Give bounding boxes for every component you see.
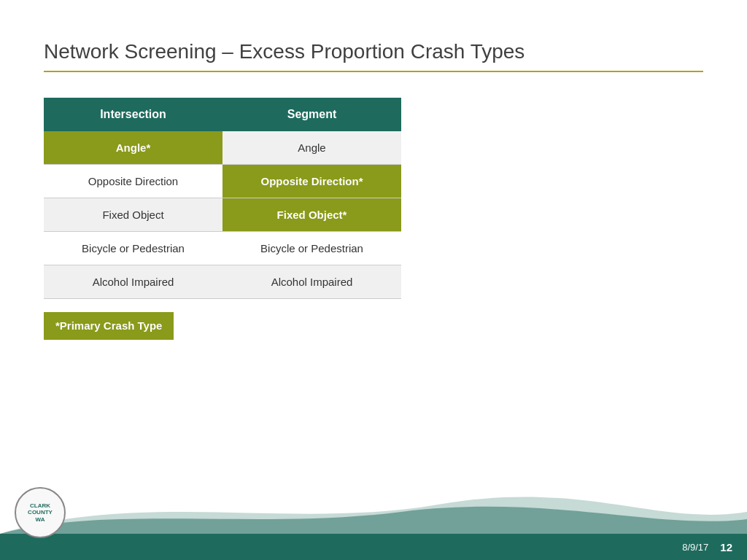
col-segment: Segment — [222, 98, 401, 131]
table-row: Angle*Angle — [44, 131, 401, 165]
cell-intersection: Fixed Object — [44, 198, 222, 232]
cell-intersection: Angle* — [44, 131, 222, 165]
table-row: Alcohol ImpairedAlcohol Impaired — [44, 265, 401, 299]
footer-wave-svg — [0, 490, 747, 534]
logo-circle: CLARKCOUNTYWA — [15, 487, 66, 538]
note-text: *Primary Crash Type — [55, 319, 162, 332]
table-header-row: Intersection Segment — [44, 98, 401, 131]
note-box: *Primary Crash Type — [44, 312, 174, 340]
col-intersection: Intersection — [44, 98, 222, 131]
cell-intersection: Opposite Direction — [44, 165, 222, 198]
footer-bar: 8/9/17 12 — [0, 534, 747, 560]
cell-segment: Angle — [222, 131, 401, 165]
table-wrapper: Intersection Segment Angle*AngleOpposite… — [44, 98, 401, 299]
main-content: Network Screening – Excess Proportion Cr… — [0, 0, 747, 340]
cell-intersection: Alcohol Impaired — [44, 265, 222, 299]
table-row: Bicycle or PedestrianBicycle or Pedestri… — [44, 232, 401, 265]
cell-segment: Opposite Direction* — [222, 165, 401, 198]
cell-segment: Bicycle or Pedestrian — [222, 232, 401, 265]
page-title: Network Screening – Excess Proportion Cr… — [44, 40, 703, 63]
table-row: Fixed ObjectFixed Object* — [44, 198, 401, 232]
table-row: Opposite DirectionOpposite Direction* — [44, 165, 401, 198]
table-body: Angle*AngleOpposite DirectionOpposite Di… — [44, 131, 401, 299]
crash-types-table: Intersection Segment Angle*AngleOpposite… — [44, 98, 401, 299]
cell-segment: Alcohol Impaired — [222, 265, 401, 299]
footer-page: 12 — [720, 541, 732, 553]
cell-intersection: Bicycle or Pedestrian — [44, 232, 222, 265]
footer-date: 8/9/17 — [682, 542, 708, 553]
title-underline — [44, 71, 703, 72]
cell-segment: Fixed Object* — [222, 198, 401, 232]
logo-inner: CLARKCOUNTYWA — [28, 502, 53, 524]
